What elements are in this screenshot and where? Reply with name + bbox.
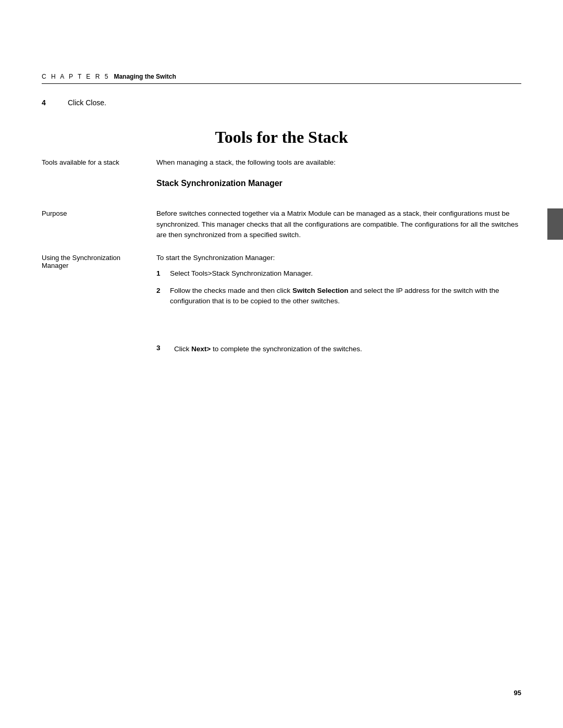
sync-step-2: 2 Follow the checks made and then click …	[156, 286, 521, 307]
tab-marker	[547, 208, 563, 240]
step1-text: Select Tools>Stack Synchronization Manag…	[170, 269, 311, 277]
to-start-text: To start the Synchronization Manager:	[156, 253, 521, 263]
subsection-title: Stack Synchronization Manager	[156, 177, 521, 190]
sync-step-1: 1 Select Tools>Stack Synchronization Man…	[156, 268, 521, 279]
subsection-heading: Stack Synchronization Manager	[156, 177, 521, 199]
tools-label: Tools available for a stack	[42, 157, 156, 166]
step3-text-after: to complete the synchronization of the s…	[211, 345, 362, 353]
tools-intro-text: When managing a stack, the following too…	[156, 157, 521, 168]
step-four-number: 4	[42, 98, 57, 107]
chapter-label: C H A P T E R 5	[42, 73, 109, 80]
step1-suffix: .	[311, 269, 313, 277]
subsection-left-spacer	[42, 177, 156, 178]
step3-text-before: Click	[174, 345, 191, 353]
chapter-header: C H A P T E R 5 Managing the Switch	[0, 0, 563, 80]
subsection-heading-row: Stack Synchronization Manager	[42, 177, 521, 199]
content-area: 4 Click Close. Tools for the Stack Tools…	[0, 98, 563, 354]
using-label: Using the Synchronization Manager	[42, 253, 156, 269]
step2-text-before: Follow the checks made and then click	[170, 287, 292, 294]
page-number: 95	[514, 689, 521, 697]
step2-bold: Switch Selection	[292, 287, 348, 294]
step1-number: 1	[156, 268, 164, 279]
purpose-label: Purpose	[42, 208, 156, 217]
using-label-line1: Using the Synchronization	[42, 254, 120, 262]
step3-content: Click Next> to complete the synchronizat…	[174, 344, 362, 354]
step3-bold: Next>	[191, 345, 211, 353]
section-title: Tools for the Stack	[42, 128, 521, 147]
purpose-text: Before switches connected together via a…	[156, 208, 521, 240]
step2-number: 2	[156, 286, 164, 296]
using-sync-row: Using the Synchronization Manager To sta…	[42, 253, 521, 313]
step-four: 4 Click Close.	[42, 98, 521, 107]
step3-number: 3	[156, 344, 164, 352]
step1-content: Select Tools>Stack Synchronization Manag…	[170, 268, 313, 279]
step2-content: Follow the checks made and then click Sw…	[170, 286, 521, 307]
tools-intro-row: Tools available for a stack When managin…	[42, 157, 521, 168]
page-container: C H A P T E R 5 Managing the Switch 4 Cl…	[0, 0, 563, 728]
purpose-block: Purpose Before switches connected togeth…	[42, 208, 521, 240]
using-right-col: To start the Synchronization Manager: 1 …	[156, 253, 521, 313]
using-label-line2: Manager	[42, 262, 68, 269]
header-rule	[42, 83, 521, 84]
step-three-bottom: 3 Click Next> to complete the synchroniz…	[42, 344, 521, 354]
chapter-title: Managing the Switch	[114, 73, 176, 80]
sync-steps-list: 1 Select Tools>Stack Synchronization Man…	[156, 268, 521, 306]
step-four-text: Click Close.	[68, 98, 106, 107]
